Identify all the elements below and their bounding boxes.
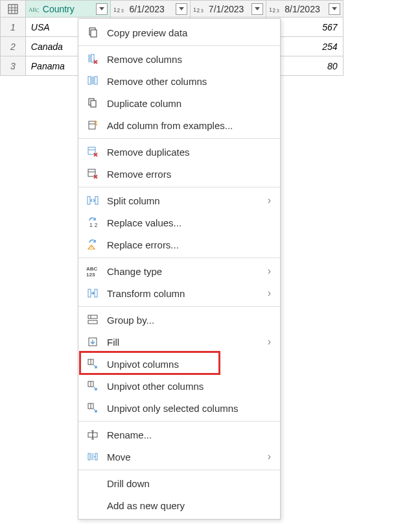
- svg-rect-44: [88, 289, 91, 297]
- menu-label: Add as new query: [107, 500, 274, 511]
- svg-text:123: 123: [86, 272, 95, 278]
- unpivot-selected-icon: [85, 400, 100, 416]
- split-column-icon: [85, 193, 100, 208]
- add-column-examples-icon: [85, 117, 100, 133]
- menu-separator: [78, 470, 280, 470]
- svg-text:2: 2: [273, 7, 276, 13]
- menu-remove-columns[interactable]: Remove columns: [78, 48, 280, 70]
- menu-label: Remove other columns: [107, 76, 274, 87]
- menu-transform-column[interactable]: Transform column ›: [78, 282, 280, 304]
- menu-replace-errors[interactable]: Replace errors...: [78, 234, 280, 256]
- svg-text:1 2: 1 2: [89, 222, 98, 228]
- row-number[interactable]: 1: [1, 18, 26, 37]
- menu-label: Replace values...: [107, 217, 274, 228]
- col-filter-dropdown[interactable]: [251, 3, 263, 15]
- select-all-corner[interactable]: [1, 1, 26, 18]
- svg-text:C: C: [36, 8, 39, 14]
- chevron-down-icon: [179, 7, 184, 10]
- number-type-icon: 123: [193, 5, 206, 14]
- unpivot-icon: [85, 356, 100, 372]
- svg-text:1: 1: [193, 6, 196, 12]
- svg-text:1: 1: [113, 6, 117, 12]
- menu-unpivot-only-selected-columns[interactable]: Unpivot only selected columns: [78, 397, 280, 419]
- col-title: Country: [41, 4, 76, 14]
- menu-separator: [78, 306, 280, 307]
- svg-text:3: 3: [277, 8, 279, 14]
- menu-label: Transform column: [107, 288, 268, 299]
- menu-unpivot-other-columns[interactable]: Unpivot other columns: [78, 375, 280, 397]
- duplicate-icon: [85, 95, 100, 111]
- table-icon: [7, 3, 19, 15]
- svg-rect-38: [88, 197, 90, 204]
- col-filter-dropdown[interactable]: [329, 3, 340, 15]
- menu-copy-preview-data[interactable]: Copy preview data: [78, 21, 280, 43]
- col-header-7-1-2023[interactable]: 123 7/1/2023: [190, 1, 266, 18]
- menu-add-as-new-query[interactable]: Add as new query: [78, 494, 280, 516]
- menu-move[interactable]: Move ›: [78, 446, 280, 468]
- menu-remove-other-columns[interactable]: Remove other columns: [78, 70, 280, 92]
- remove-other-columns-icon: [85, 73, 100, 89]
- rename-icon: [85, 427, 100, 442]
- col-title: 7/1/2023: [207, 4, 246, 14]
- svg-rect-45: [95, 289, 97, 297]
- col-title: 6/1/2023: [128, 4, 166, 14]
- menu-fill[interactable]: Fill ›: [78, 331, 280, 353]
- submenu-arrow-icon: ›: [268, 195, 274, 206]
- menu-label: Copy preview data: [107, 27, 274, 38]
- row-number[interactable]: 3: [1, 56, 26, 76]
- menu-separator: [78, 421, 280, 422]
- menu-rename[interactable]: Rename...: [78, 424, 280, 446]
- svg-rect-0: [8, 5, 18, 14]
- menu-duplicate-column[interactable]: Duplicate column: [78, 92, 280, 114]
- svg-rect-28: [89, 121, 95, 129]
- col-title: 8/1/2023: [283, 4, 321, 14]
- svg-rect-47: [88, 320, 97, 324]
- svg-rect-25: [95, 77, 97, 84]
- svg-rect-61: [91, 453, 93, 460]
- transform-column-icon: [85, 285, 100, 301]
- menu-drill-down[interactable]: Drill down: [78, 472, 280, 494]
- chevron-down-icon: [332, 7, 337, 10]
- menu-add-column-from-examples[interactable]: Add column from examples...: [78, 114, 280, 136]
- row-number[interactable]: 2: [1, 37, 26, 56]
- menu-remove-errors[interactable]: Remove errors: [78, 163, 280, 185]
- menu-label: Change type: [107, 266, 268, 277]
- svg-rect-46: [88, 315, 97, 318]
- move-icon: [85, 449, 100, 464]
- svg-text:ABC: ABC: [86, 266, 98, 272]
- menu-label: Rename...: [107, 429, 274, 440]
- group-by-icon: [85, 312, 100, 328]
- menu-separator: [78, 45, 280, 46]
- menu-label: Drill down: [107, 478, 274, 489]
- empty-icon: [85, 475, 100, 491]
- menu-replace-values[interactable]: 1 2 Replace values...: [78, 211, 280, 234]
- column-context-menu: Copy preview data Remove columns Remove …: [78, 18, 281, 520]
- submenu-arrow-icon: ›: [268, 336, 274, 348]
- col-filter-dropdown[interactable]: [176, 3, 187, 15]
- svg-rect-20: [91, 54, 94, 62]
- submenu-arrow-icon: ›: [268, 265, 274, 277]
- menu-change-type[interactable]: ABC123 Change type ›: [78, 260, 280, 282]
- menu-label: Replace errors...: [107, 239, 274, 250]
- menu-label: Duplicate column: [107, 98, 274, 109]
- menu-remove-duplicates[interactable]: Remove duplicates: [78, 141, 280, 163]
- svg-rect-24: [91, 77, 94, 84]
- unpivot-other-icon: [85, 378, 100, 394]
- menu-label: Move: [107, 451, 268, 462]
- col-header-8-1-2023[interactable]: 123 8/1/2023: [266, 1, 343, 18]
- menu-unpivot-columns[interactable]: Unpivot columns: [78, 353, 280, 375]
- replace-errors-icon: [85, 237, 100, 252]
- menu-split-column[interactable]: Split column ›: [78, 189, 280, 211]
- change-type-icon: ABC123: [85, 263, 100, 279]
- menu-group-by[interactable]: Group by...: [78, 309, 280, 331]
- submenu-arrow-icon: ›: [268, 287, 274, 299]
- menu-label: Unpivot columns: [107, 359, 274, 370]
- svg-text:3: 3: [201, 8, 204, 14]
- number-type-icon: 123: [269, 5, 282, 14]
- col-filter-dropdown[interactable]: [96, 3, 108, 15]
- header-row: ABC Country 123 6/1/2023 123 7/1/2023 12…: [1, 1, 420, 18]
- svg-rect-39: [95, 197, 98, 204]
- col-header-6-1-2023[interactable]: 123 6/1/2023: [111, 1, 190, 18]
- menu-label: Split column: [107, 195, 268, 206]
- col-header-country[interactable]: ABC Country: [25, 1, 111, 18]
